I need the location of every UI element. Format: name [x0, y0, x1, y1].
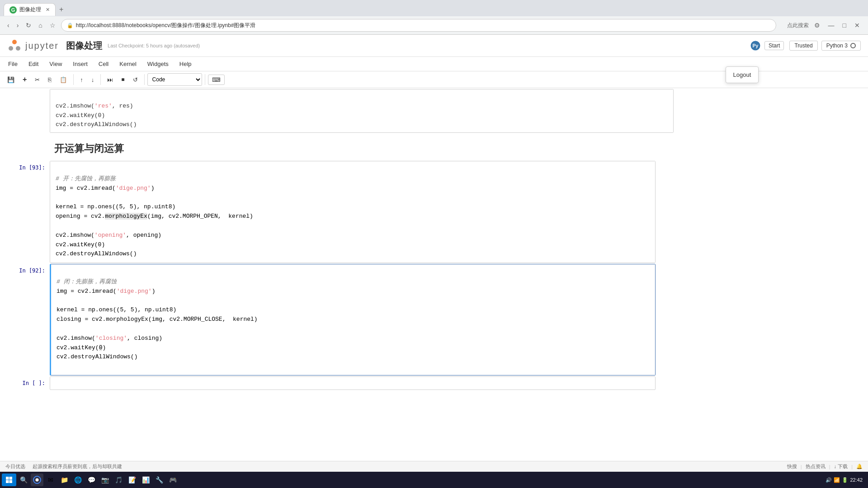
- browser-chrome: G 图像处理 ✕ + ‹ › ↻ ⌂ ☆ 🔒 http://localhost:…: [0, 0, 868, 35]
- active-tab[interactable]: G 图像处理 ✕: [4, 3, 56, 16]
- status-separator-1: |: [801, 464, 802, 469]
- lock-icon: 🔒: [67, 23, 73, 28]
- tab-close-btn[interactable]: ✕: [46, 7, 50, 13]
- menu-file[interactable]: File: [4, 59, 22, 69]
- cell-type-select[interactable]: Code Markdown Raw NBConvert Heading: [147, 73, 202, 86]
- cell2-line5: cv2.waitKey(0): [57, 344, 106, 351]
- url-bar[interactable]: 🔒 http://localhost:8888/notebooks/opencv…: [61, 19, 776, 32]
- user-area: Py Start Logout: [750, 40, 786, 51]
- svg-rect-6: [9, 477, 13, 480]
- taskbar-notes-icon[interactable]: 📝: [126, 474, 138, 486]
- taskbar-game-icon[interactable]: 🎮: [166, 474, 179, 486]
- back-button[interactable]: ‹: [5, 20, 11, 31]
- taskbar-camera-icon[interactable]: 📷: [99, 474, 111, 486]
- bookmark-button[interactable]: ☆: [48, 20, 57, 31]
- svg-point-0: [12, 40, 17, 44]
- svg-text:Py: Py: [753, 43, 759, 48]
- taskbar-music-icon[interactable]: 🎵: [112, 474, 125, 486]
- taskbar-files-icon[interactable]: 📊: [139, 474, 152, 486]
- cell1-line6: cv2.destroyAllWindows(): [56, 250, 137, 257]
- menu-insert[interactable]: Insert: [68, 59, 92, 69]
- cell2-line6: cv2.destroyAllWindows(): [57, 353, 137, 360]
- cell-above-input[interactable]: cv2.imshow('res', res) cv2.waitKey(0) cv…: [50, 89, 674, 133]
- search-placeholder: 点此搜索: [787, 22, 809, 29]
- menu-cell[interactable]: Cell: [94, 59, 113, 69]
- jupyter-header: jupyter 图像处理 Last Checkpoint: 5 hours ag…: [0, 35, 868, 57]
- taskbar-search-icon[interactable]: 🔍: [17, 474, 30, 486]
- taskbar-chat-icon[interactable]: 💬: [85, 474, 98, 486]
- status-left: 今日优选: [5, 463, 25, 470]
- extensions-btn[interactable]: ⚙: [811, 20, 823, 30]
- cell2-line1: img = cv2.imread('dige.png'): [57, 288, 155, 295]
- status-right-3: ↓ 下载: [834, 463, 848, 470]
- menu-widgets[interactable]: Widgets: [143, 59, 173, 69]
- taskbar-tools-icon[interactable]: 🔧: [153, 474, 165, 486]
- status-right-1: 快搜: [787, 463, 797, 470]
- status-bar: 今日优选 起源搜索程序员薪资到底，后与却联共建 快搜 | 热点资讯 | ↓ 下载…: [0, 461, 868, 472]
- taskbar-folder-icon[interactable]: 📁: [58, 474, 71, 486]
- cell2-comment: # 闭：先膨胀，再腐蚀: [57, 278, 117, 285]
- home-button[interactable]: ⌂: [37, 20, 44, 31]
- jupyter-logo: jupyter: [7, 38, 59, 53]
- forward-button[interactable]: ›: [15, 20, 21, 31]
- logout-button[interactable]: Logout: [726, 70, 759, 80]
- cell2-line4: cv2.imshow('closing', closing): [57, 335, 162, 342]
- menu-view[interactable]: View: [45, 59, 66, 69]
- fast-forward-button[interactable]: ⏭: [104, 74, 117, 85]
- code-destroyall: cv2.destroyAllWindows(): [56, 121, 137, 128]
- cell-above-prompt: [0, 89, 50, 133]
- svg-rect-7: [6, 480, 9, 483]
- add-cell-button[interactable]: +: [19, 73, 30, 86]
- menu-edit[interactable]: Edit: [24, 59, 43, 69]
- maximize-btn[interactable]: □: [840, 20, 849, 30]
- jupyter-logo-icon: [7, 38, 22, 53]
- taskbar-browser-icon[interactable]: 🌐: [71, 474, 84, 486]
- copy-button[interactable]: ⎘: [44, 74, 55, 85]
- move-up-button[interactable]: ↑: [76, 74, 87, 85]
- menu-help[interactable]: Help: [175, 59, 196, 69]
- cell-empty: In [ ]:: [0, 376, 868, 390]
- cell2-line2: kernel = np.ones((5, 5), np.uint8): [57, 306, 176, 313]
- cell1-comment: # 开：先腐蚀，再膨胀: [56, 175, 116, 182]
- paste-button[interactable]: 📋: [56, 74, 71, 85]
- kernel-name: Python 3: [826, 42, 848, 49]
- tray-icon-3: 🔋: [842, 477, 848, 483]
- restart-button[interactable]: ↺: [129, 74, 142, 85]
- svg-rect-5: [6, 477, 9, 480]
- cell3-input[interactable]: [50, 376, 656, 390]
- taskbar-mail-icon[interactable]: ✉: [44, 474, 57, 486]
- cell-above: cv2.imshow('res', res) cv2.waitKey(0) cv…: [0, 89, 868, 133]
- taskbar-system-icons: 🔊 📶 🔋: [826, 477, 848, 483]
- section-heading: 开运算与闭运算: [0, 133, 868, 160]
- taskbar-chrome-icon[interactable]: [31, 474, 43, 486]
- close-btn[interactable]: ✕: [852, 20, 863, 30]
- status-separator-3: |: [851, 464, 853, 469]
- trusted-button[interactable]: Trusted: [789, 41, 817, 51]
- address-bar: ‹ › ↻ ⌂ ☆ 🔒 http://localhost:8888/notebo…: [0, 16, 868, 34]
- start-menu-button[interactable]: [2, 474, 16, 486]
- cut-button[interactable]: ✂: [31, 74, 43, 85]
- menu-kernel[interactable]: Kernel: [115, 59, 141, 69]
- stop-button[interactable]: ■: [118, 74, 128, 85]
- cell1-input[interactable]: # 开：先腐蚀，再膨胀 img = cv2.imread('dige.png')…: [50, 161, 656, 263]
- notebook-title[interactable]: 图像处理: [66, 40, 102, 52]
- start-button[interactable]: Start: [764, 41, 784, 50]
- checkpoint-text: Last Checkpoint: 5 hours ago (autosaved): [108, 43, 200, 48]
- save-button[interactable]: 💾: [4, 74, 18, 85]
- kernel-indicator: Python 3: [821, 41, 861, 51]
- new-tab-button[interactable]: +: [57, 5, 65, 14]
- refresh-button[interactable]: ↻: [24, 20, 33, 31]
- taskbar: 🔍 ✉ 📁 🌐 💬 📷 🎵 📝 📊 🔧 🎮 🔊 📶 🔋 22:42: [0, 472, 868, 488]
- clock-time: 22:42: [850, 477, 863, 483]
- move-down-button[interactable]: ↓: [88, 74, 98, 85]
- chrome-icon: [33, 476, 41, 484]
- svg-point-1: [9, 46, 13, 51]
- tray-icon-1: 🔊: [826, 477, 832, 483]
- minimize-btn[interactable]: —: [826, 20, 837, 30]
- cell1-line3: opening = cv2.morphologyEx(img, cv2.MORP…: [56, 213, 253, 220]
- status-notification-icon: 🔔: [856, 464, 863, 469]
- cell3-code: [50, 377, 655, 387]
- cell2-input[interactable]: # 闭：先膨胀，再腐蚀 img = cv2.imread('dige.png')…: [50, 264, 656, 375]
- cell-opening: In [93]: # 开：先腐蚀，再膨胀 img = cv2.imread('d…: [0, 161, 868, 263]
- keyboard-shortcut-button[interactable]: ⌨: [208, 75, 225, 85]
